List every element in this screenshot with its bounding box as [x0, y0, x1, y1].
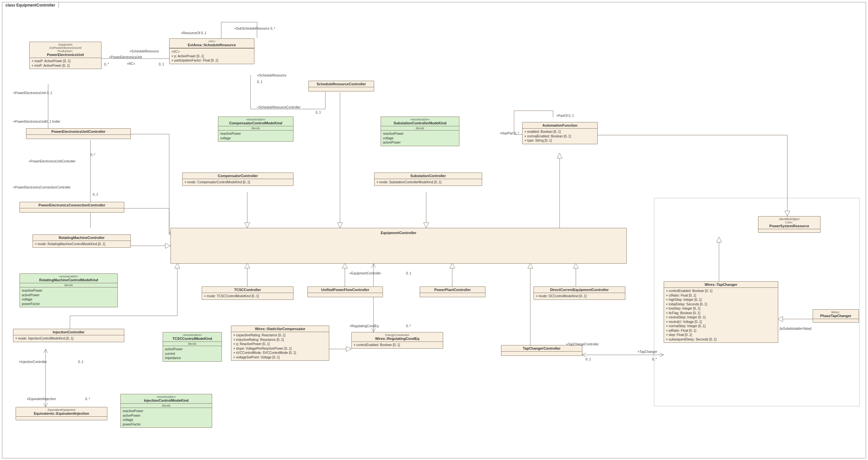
role-peu-ctrl: +PowerElectronicsUnit0..1 troller: [13, 120, 60, 123]
class-name: CompensatorControlModeKind: [220, 121, 292, 125]
class-injection-controller[interactable]: InjectionController + mode: InjectionCon…: [13, 329, 124, 342]
attribute: + neutralU: Voltage [0..1]: [666, 320, 776, 324]
class-substation-controller[interactable]: SubstationController + mode: SubstationC…: [374, 173, 482, 186]
literals-header: literals: [381, 126, 459, 131]
attribute: + mode: DCControlModeKind [0..1]: [536, 294, 623, 298]
attribute: + ctRatio: Float [0..1]: [666, 293, 776, 298]
enum-rotating-machine-control-mode-kind[interactable]: «enumeration» RotatingMachineControlMode…: [20, 274, 118, 307]
class-name: Equivalents::EquivalentInjection: [17, 411, 106, 415]
mult-peu: 0..*: [104, 62, 109, 66]
class-static-var-compensator[interactable]: Wires::StaticVarCompensator + capacitive…: [231, 325, 329, 361]
class-power-system-resource[interactable]: IdentifiedObject Core:: PowerSystemResou…: [758, 216, 820, 233]
enum-substation-controller-mode-kind[interactable]: «enumeration» SubstationControllerModeKi…: [381, 117, 459, 146]
class-name: ExtArea::ScheduleResource: [171, 43, 253, 47]
class-name: PowerElectronicsUnit: [31, 53, 100, 57]
literals-header: literals: [218, 126, 293, 131]
attribute: + highStep: Integer [0..1]: [666, 297, 776, 302]
role-sub-schedule-res: +SubScheduleResource 0..*: [234, 27, 275, 30]
class-automation-function[interactable]: AutomationFunction + enabled: Boolean [0…: [522, 122, 598, 144]
literal: voltage: [383, 136, 457, 141]
attribute: + type: String [0..1]: [524, 138, 595, 143]
stereotype: IdentifiedObject: [760, 218, 819, 221]
role-part-of: +PartOf 0..1: [556, 114, 574, 117]
stereotype: EquivalentEquipment: [17, 408, 106, 411]
role-tap-changer: +TapChanger: [638, 350, 657, 353]
attribute: + subsequentDelay: Seconds [0..1]: [666, 337, 776, 342]
role-schedule-resource: +ScheduleResource: [129, 50, 159, 53]
stereotype: «enumeration»: [220, 118, 292, 121]
stereotype: Equipment: [31, 43, 100, 46]
class-regulating-cond-eq[interactable]: EnergyConnection Wires::RegulatingCondEq…: [351, 332, 443, 349]
class-tap-changer-controller[interactable]: TapChangerController: [501, 345, 582, 356]
attribute: + normalStep: Integer [0..1]: [666, 324, 776, 328]
role-eq-ctrl: +EquipmentController: [349, 271, 381, 275]
class-name: Wires::TapChanger: [665, 283, 777, 286]
mult-sr: 0..1: [159, 62, 164, 66]
role-peuctrl2: +PowerElectronicsUnitController: [29, 160, 75, 163]
role-sched-ctrl: +ScheduleResourceController: [257, 106, 301, 109]
role-reg-cond: +RegulatingCondEq: [349, 324, 379, 328]
class-name: SubstationController: [376, 174, 480, 178]
literal: activePower: [383, 140, 457, 145]
class-name: PowerPlantController: [421, 288, 484, 292]
mult-pecctrl: 0..1: [93, 193, 98, 196]
attribute: + lowStep: Integer [0..1]: [666, 306, 776, 311]
class-name: RotatingMachineControlModeKind: [21, 278, 116, 282]
mult-inj-ctrl: 0..1: [78, 360, 84, 364]
class-schedule-resource[interactable]: «NC» ExtArea::ScheduleResource «NC» + p:…: [169, 38, 254, 64]
class-name: TapChangerController: [503, 346, 581, 350]
role-peu-down: +PowerElectronicsUnit 0..1: [13, 91, 52, 95]
stereo-nc: «NC»: [127, 62, 135, 65]
attribute: + initialDelay: Seconds [0..1]: [666, 302, 776, 307]
attribute: + mode: TCSCControlModeKind [0..1]: [204, 294, 291, 298]
attribute: + q: ReactivePower [0..1]: [233, 342, 327, 346]
literal: reactivePower: [220, 132, 291, 136]
literal: activePower: [165, 347, 220, 352]
attribute: + slope: VoltagePerReactivePower [0..1]: [233, 346, 327, 351]
class-power-plant-controller[interactable]: PowerPlantController: [420, 286, 486, 297]
attribute: + mode: SubstationControllerModeKind [0.…: [376, 180, 480, 184]
class-name: ScheduleResourceController: [310, 82, 373, 86]
section-stereo: «NC»: [172, 50, 252, 54]
literal: current: [165, 352, 220, 356]
class-name: DirectCurrentEquipmentController: [535, 288, 624, 292]
mult-peuctrl: 0..*: [90, 153, 95, 156]
literals-header: literals: [163, 342, 222, 346]
enum-compensator-control-mode-kind[interactable]: «enumeration» CompensatorControlModeKind…: [218, 117, 293, 142]
class-phase-tap-changer[interactable]: Wires:: PhaseTapChanger: [813, 309, 859, 323]
class-peu-controller[interactable]: PowerElectronicsUnitController: [26, 128, 131, 139]
package: Core::: [760, 221, 819, 224]
class-tap-changer[interactable]: Wires::TapChanger + controlEnabled: Bool…: [664, 281, 778, 343]
attribute: + enabled: Boolean [0..1]: [524, 130, 595, 134]
class-tcsc-controller[interactable]: TCSCController + mode: TCSCControlModeKi…: [202, 286, 293, 300]
literal: voltage: [123, 418, 210, 422]
class-upfc[interactable]: UnifiedPowerFlowController: [307, 286, 383, 297]
class-schedule-resource-controller[interactable]: ScheduleResourceController: [308, 81, 374, 91]
class-name: CompensatorController: [184, 174, 292, 178]
class-name: EquipmentController: [172, 231, 625, 235]
class-dce-controller[interactable]: DirectCurrentEquipmentController + mode:…: [533, 286, 625, 300]
literal: powerFactor: [22, 302, 116, 306]
stereotype: EnergyConnection: [353, 333, 441, 337]
class-name: UnifiedPowerFlowController: [309, 288, 381, 292]
class-equivalent-injection[interactable]: EquivalentEquipment Equivalents::Equival…: [16, 407, 107, 420]
class-name: TCSCControlModeKind: [164, 337, 220, 341]
constraint-is-sub: {isSubstitutable=false}: [779, 327, 812, 330]
class-power-electronics-unit[interactable]: Equipment ExtPowerElectronicsUnit Produc…: [29, 42, 101, 69]
class-rotating-machine-controller[interactable]: RotatingMachineController + mode: Rotati…: [33, 234, 131, 248]
enum-injection-control-mode-kind[interactable]: «enumeration» InjectionControlModeKind l…: [120, 394, 212, 428]
literal: reactivePower: [22, 288, 116, 293]
literal: voltage: [220, 136, 291, 141]
class-name: InjectionController: [14, 330, 123, 334]
class-name: RotatingMachineController: [34, 236, 129, 239]
diagram-canvas: class EquipmentController: [0, 0, 868, 460]
class-compensator-controller[interactable]: CompensatorController + mode: Compensato…: [182, 173, 293, 186]
literal: impedance: [165, 356, 220, 361]
enum-tcsc-control-mode-kind[interactable]: «enumeration» TCSCControlModeKind litera…: [163, 332, 222, 362]
class-name: TCSCController: [203, 288, 292, 292]
attribute: + neutralStep: Integer [0..1]: [666, 315, 776, 320]
class-equipment-controller[interactable]: EquipmentController: [170, 228, 627, 264]
attribute: + minP: ActivePower [0..1]: [32, 63, 99, 68]
class-name: AutomationFunction: [524, 123, 596, 127]
class-pec-controller[interactable]: PowerElectronicsConnectionController: [20, 202, 124, 212]
